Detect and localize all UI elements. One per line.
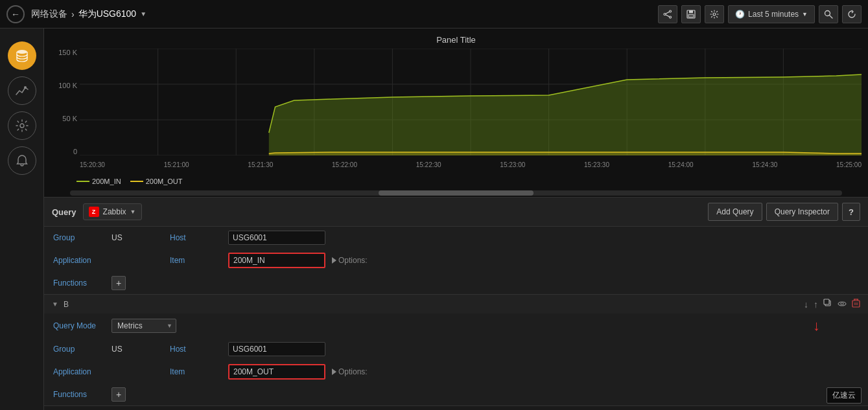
x-label-7: 15:24:00 <box>668 161 694 168</box>
red-arrow-down-icon[interactable]: ↓ <box>813 317 820 334</box>
time-chevron-icon: ▼ <box>802 11 808 17</box>
search-button[interactable] <box>819 5 838 23</box>
item-label-b: Item <box>170 367 222 376</box>
query-block-b: ▼ B ↓ ↑ Query Mode <box>44 295 868 406</box>
svg-line-4 <box>666 14 670 16</box>
svg-point-12 <box>24 86 27 89</box>
query-letter-b: B <box>64 300 69 309</box>
x-label-4: 15:22:30 <box>416 161 441 168</box>
legend-item-out: 200M_OUT <box>130 177 183 185</box>
svg-rect-6 <box>689 10 693 13</box>
back-icon: ← <box>11 9 20 19</box>
y-label-50k: 50 K <box>51 115 80 122</box>
y-label-0: 0 <box>51 148 80 155</box>
x-label-5: 15:23:00 <box>500 161 525 168</box>
item-input-b[interactable] <box>228 364 325 380</box>
group-value-b: US <box>111 345 163 354</box>
breadcrumb-root[interactable]: 网络设备 <box>31 8 67 20</box>
query-inspector-button[interactable]: Query Inspector <box>766 203 838 221</box>
query-block-a: Group US Host Application Item Options: … <box>44 227 868 295</box>
x-label-0: 15:20:30 <box>80 161 105 168</box>
item-input-a[interactable] <box>228 253 325 268</box>
svg-point-11 <box>17 50 27 54</box>
group-label-b: Group <box>53 345 105 354</box>
x-label-3: 15:22:00 <box>332 161 357 168</box>
query-section: Query Z Zabbix ▼ Add Query Query Inspect… <box>44 197 868 406</box>
svg-marker-27 <box>269 74 862 155</box>
arrow-down-button-b[interactable]: ↓ <box>804 299 808 310</box>
query-actions: Add Query Query Inspector ? <box>708 203 860 221</box>
x-label-6: 15:23:30 <box>584 161 609 168</box>
delete-button-b[interactable] <box>852 299 860 310</box>
scrollbar-thumb[interactable] <box>379 190 533 196</box>
svg-rect-7 <box>688 14 694 17</box>
svg-point-31 <box>841 302 843 305</box>
query-b-item-row: Application Item Options: <box>44 360 868 383</box>
collapse-icon-b[interactable]: ▼ <box>52 301 58 308</box>
chart-svg <box>80 49 862 155</box>
svg-point-13 <box>20 124 24 128</box>
options-label-b: Options: <box>338 367 368 376</box>
group-label-a: Group <box>53 233 105 242</box>
watermark: 亿速云 <box>827 387 862 404</box>
query-b-mode-row: Query Mode Metrics Text ↓ <box>44 313 868 338</box>
y-label-150k: 150 K <box>51 49 80 56</box>
options-a[interactable]: Options: <box>332 256 368 265</box>
svg-rect-32 <box>852 301 860 307</box>
chevron-down-icon[interactable]: ▼ <box>140 10 147 17</box>
host-input-b[interactable] <box>228 342 325 356</box>
clock-icon: 🕐 <box>735 10 745 19</box>
eye-button-b[interactable] <box>838 299 847 310</box>
save-button[interactable] <box>681 5 701 23</box>
query-a-group-row: Group US Host <box>44 227 868 249</box>
chart-legend: 200M_IN 200M_OUT <box>44 175 868 188</box>
legend-item-in: 200M_IN <box>76 177 121 185</box>
triangle-right-icon-a <box>332 257 336 264</box>
datasource-chevron-icon: ▼ <box>130 209 136 215</box>
settings-button[interactable] <box>705 5 724 23</box>
options-b[interactable]: Options: <box>332 367 368 376</box>
time-range-selector[interactable]: 🕐 Last 5 minutes ▼ <box>728 5 815 23</box>
query-mode-select-b[interactable]: Metrics Text <box>111 319 176 333</box>
chart-scrollbar[interactable] <box>70 190 842 196</box>
arrow-up-button-b[interactable]: ↑ <box>814 299 818 310</box>
back-button[interactable]: ← <box>6 5 25 23</box>
svg-point-1 <box>670 16 672 18</box>
add-function-button-b[interactable]: + <box>111 387 126 402</box>
y-label-100k: 100 K <box>51 82 80 89</box>
y-axis: 150 K 100 K 50 K 0 <box>51 49 80 155</box>
sidebar-item-database[interactable] <box>8 41 36 70</box>
duplicate-button-b[interactable] <box>823 299 832 310</box>
refresh-button[interactable] <box>842 5 862 23</box>
breadcrumb: 网络设备 › 华为USG6100 ▼ <box>31 8 147 20</box>
sidebar-item-settings[interactable] <box>8 111 36 140</box>
query-b-header: ▼ B ↓ ↑ <box>44 295 868 313</box>
application-label-a: Application <box>53 256 105 265</box>
zabbix-icon: Z <box>89 207 99 217</box>
share-button[interactable] <box>658 5 677 23</box>
legend-line-out <box>130 181 143 182</box>
datasource-selector[interactable]: Z Zabbix ▼ <box>83 203 142 220</box>
x-axis: 15:20:30 15:21:00 15:21:30 15:22:00 15:2… <box>80 159 862 175</box>
help-button[interactable]: ? <box>842 203 860 221</box>
main-content: Panel Title 150 K 100 K 50 K 0 <box>44 28 868 406</box>
breadcrumb-sep: › <box>71 9 75 19</box>
host-input-a[interactable] <box>228 231 325 245</box>
add-query-button[interactable]: Add Query <box>708 203 762 221</box>
legend-line-in <box>76 181 89 182</box>
sidebar-item-chart[interactable] <box>8 76 36 105</box>
add-function-button-a[interactable]: + <box>111 276 126 290</box>
sidebar-item-bell[interactable] <box>8 146 36 175</box>
triangle-right-icon-b <box>332 369 336 375</box>
group-value-a: US <box>111 233 163 242</box>
query-b-group-row: Group US Host <box>44 338 868 360</box>
svg-point-2 <box>664 13 666 15</box>
x-label-8: 15:24:30 <box>752 161 777 168</box>
legend-label-in: 200M_IN <box>92 177 121 185</box>
query-a-item-row: Application Item Options: <box>44 249 868 272</box>
svg-rect-30 <box>824 299 829 304</box>
query-b-functions-row: Functions + <box>44 383 868 405</box>
time-range-label: Last 5 minutes <box>748 10 799 19</box>
mode-select-wrap-b: Metrics Text <box>111 319 176 333</box>
svg-line-3 <box>666 12 670 14</box>
